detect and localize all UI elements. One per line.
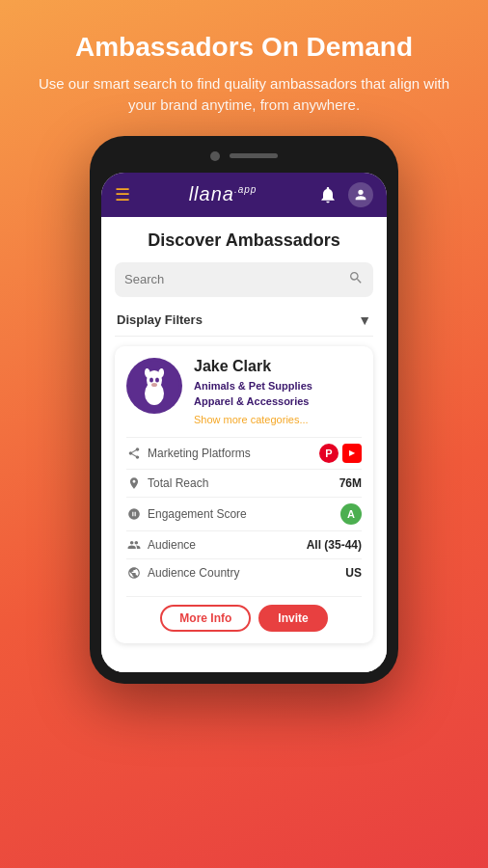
more-info-button[interactable]: More Info (160, 605, 251, 632)
avatar (126, 358, 182, 414)
engagement-badge: A (340, 503, 362, 525)
page-title: Discover Ambassadors (115, 231, 373, 251)
card-top: Jake Clark Animals & Pet Supplies Appare… (126, 358, 362, 427)
hero-title: Ambassadors On Demand (31, 31, 457, 64)
total-reach-label: Total Reach (148, 476, 208, 490)
avatar-image (129, 361, 179, 411)
marketing-platforms-label: Marketing Platforms (148, 447, 251, 460)
ambassador-name: Jake Clark (194, 358, 362, 375)
marketing-platforms-row: Marketing Platforms P ▶ (126, 437, 362, 469)
card-info: Jake Clark Animals & Pet Supplies Appare… (194, 358, 362, 427)
user-icon[interactable] (348, 182, 373, 207)
phone-mockup: ☰ llana.app Discover Ambassadors (90, 136, 398, 684)
audience-value: All (35-44) (307, 538, 362, 552)
share-icon (126, 446, 142, 461)
category-1: Animals & Pet Supplies (194, 378, 362, 394)
audience-icon (126, 537, 142, 553)
display-filters-row[interactable]: Display Filters ▼ (115, 305, 373, 337)
phone-notch (101, 148, 387, 165)
filter-label: Display Filters (117, 312, 203, 327)
next-card-peek (115, 653, 373, 672)
engagement-icon (126, 506, 142, 522)
total-reach-value: 76M (339, 476, 362, 490)
app-logo: llana.app (189, 183, 258, 205)
app-header: ☰ llana.app (101, 173, 387, 217)
show-more-categories[interactable]: Show more categories... (194, 414, 309, 425)
engagement-row: Engagement Score A (126, 497, 362, 530)
invite-button[interactable]: Invite (258, 605, 327, 632)
hero-subtitle: Use our smart search to find quality amb… (31, 73, 457, 117)
audience-country-value: US (345, 566, 362, 580)
search-button[interactable] (348, 270, 364, 289)
pinterest-badge: P (319, 444, 339, 463)
audience-row: Audience All (35-44) (126, 530, 362, 558)
header-icons (315, 182, 373, 207)
phone-screen: ☰ llana.app Discover Ambassadors (101, 173, 387, 672)
phone-camera (210, 151, 220, 161)
card-buttons: More Info Invite (126, 596, 362, 632)
page-content: Discover Ambassadors Display Filters ▼ (101, 217, 387, 672)
audience-country-label: Audience Country (148, 566, 239, 580)
svg-point-7 (151, 383, 157, 387)
hamburger-icon[interactable]: ☰ (115, 186, 130, 203)
platform-badges: P ▶ (319, 444, 362, 463)
ambassador-card: Jake Clark Animals & Pet Supplies Appare… (115, 346, 373, 643)
audience-label: Audience (148, 538, 196, 552)
svg-point-5 (149, 377, 153, 382)
bell-icon[interactable] (315, 182, 340, 207)
audience-country-row: Audience Country US (126, 558, 362, 586)
search-container (115, 262, 373, 297)
category-2: Apparel & Accessories (194, 393, 362, 410)
phone-speaker (230, 153, 278, 158)
engagement-label: Engagement Score (148, 507, 247, 521)
filter-dropdown-icon: ▼ (358, 312, 371, 328)
hero-section: Ambassadors On Demand Use our smart sear… (0, 0, 488, 136)
reach-icon (126, 475, 142, 491)
svg-point-6 (155, 377, 159, 382)
youtube-badge: ▶ (342, 444, 362, 463)
total-reach-row: Total Reach 76M (126, 469, 362, 497)
search-input[interactable] (124, 272, 348, 286)
country-icon (126, 565, 142, 581)
